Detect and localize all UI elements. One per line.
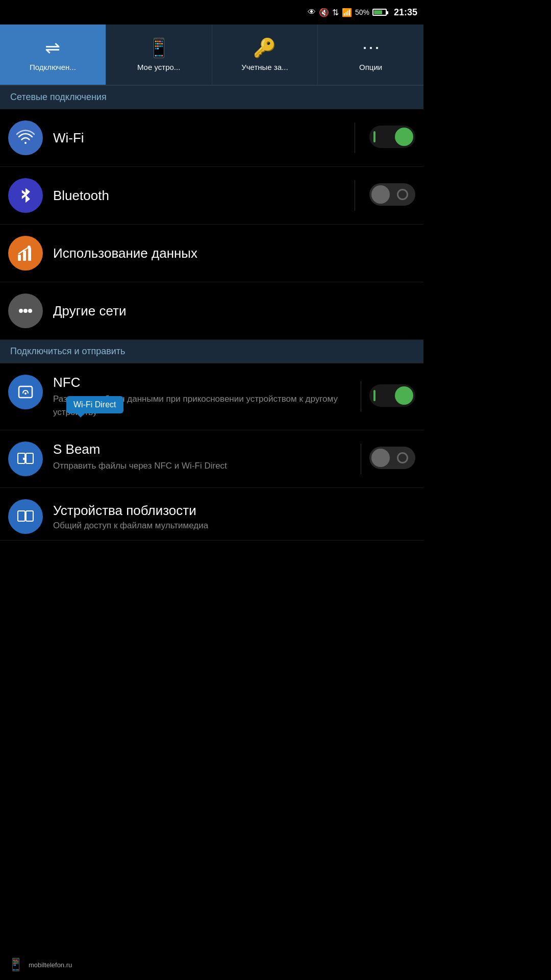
- tab-accounts[interactable]: 🔑 Учетные за...: [212, 24, 318, 85]
- tab-connections-label: Подключен...: [30, 63, 76, 72]
- status-time: 21:35: [394, 7, 417, 18]
- signal-icon: 📶: [342, 8, 352, 17]
- battery-percent: 50%: [355, 8, 369, 16]
- nearby-title: Устройства поблизости: [53, 503, 208, 519]
- wifi-direct-tooltip: Wi-Fi Direct: [66, 396, 123, 413]
- sbeam-title: S Beam: [53, 442, 355, 457]
- other-networks-content: Другие сети: [53, 303, 415, 319]
- nfc-toggle-area: [361, 381, 415, 412]
- nfc-toggle[interactable]: [369, 384, 415, 409]
- svg-rect-7: [19, 386, 32, 398]
- watermark-text: mobiltelefon.ru: [29, 961, 72, 969]
- other-networks-item[interactable]: Другие сети: [0, 282, 423, 340]
- sync-icon: ⇅: [332, 8, 339, 17]
- svg-rect-1: [23, 251, 26, 261]
- bluetooth-icon: [8, 178, 43, 213]
- tab-options[interactable]: ⋯ Опции: [318, 24, 423, 85]
- other-networks-icon: [8, 293, 43, 328]
- nearby-content: Устройства поблизости Общий доступ к фай…: [53, 503, 208, 531]
- other-networks-title: Другие сети: [53, 303, 415, 319]
- tab-accounts-label: Учетные за...: [241, 63, 288, 72]
- nfc-icon: [8, 375, 43, 409]
- mute-icon: 🔇: [319, 8, 329, 17]
- data-usage-icon: [8, 236, 43, 271]
- tab-bar: ⇌ Подключен... 📱 Мое устро... 🔑 Учетные …: [0, 24, 423, 86]
- svg-point-8: [24, 393, 27, 395]
- sbeam-divider: [361, 444, 361, 474]
- nearby-subtitle: Общий доступ к файлам мультимедиа: [53, 521, 208, 531]
- svg-point-6: [28, 309, 32, 313]
- battery-icon: [372, 9, 387, 16]
- sbeam-content: S Beam Отправить файлы через NFC и Wi-Fi…: [53, 442, 355, 473]
- tab-my-device-label: Мое устро...: [137, 63, 180, 72]
- watermark: 📱 mobiltelefon.ru: [0, 949, 423, 980]
- watermark-logo-icon: 📱: [8, 958, 23, 972]
- wifi-title: Wi-Fi: [53, 130, 355, 146]
- status-bar: 👁 🔇 ⇅ 📶 50% 21:35: [0, 0, 423, 24]
- connect-section-header: Подключиться и отправить: [0, 340, 423, 363]
- data-usage-content: Использование данных: [53, 246, 415, 261]
- sbeam-toggle-area: [361, 444, 415, 474]
- status-icons: 👁 🔇 ⇅ 📶 50% 21:35: [308, 7, 417, 18]
- tab-options-icon: ⋯: [362, 37, 380, 59]
- svg-point-4: [19, 309, 23, 313]
- svg-rect-10: [26, 453, 33, 463]
- sbeam-item[interactable]: S Beam Отправить файлы через NFC и Wi-Fi…: [0, 430, 423, 488]
- nfc-item[interactable]: NFC Разрешить обмен данными при прикосно…: [0, 363, 423, 430]
- svg-point-5: [23, 309, 28, 313]
- sbeam-icon: [8, 442, 43, 476]
- svg-point-3: [28, 246, 31, 249]
- tab-connections-icon: ⇌: [45, 37, 60, 59]
- data-usage-title: Использование данных: [53, 246, 415, 261]
- nfc-title: NFC: [53, 375, 355, 390]
- svg-rect-12: [26, 511, 33, 521]
- svg-rect-0: [18, 255, 21, 261]
- tab-accounts-icon: 🔑: [253, 37, 276, 59]
- wifi-toggle[interactable]: [369, 126, 415, 150]
- sbeam-subtitle: Отправить файлы через NFC и Wi-Fi Direct: [53, 459, 355, 473]
- svg-rect-11: [18, 511, 25, 521]
- bluetooth-item[interactable]: Bluetooth: [0, 167, 423, 225]
- wifi-divider: [355, 122, 355, 153]
- tab-my-device-icon: 📱: [147, 37, 170, 59]
- tab-connections[interactable]: ⇌ Подключен...: [0, 24, 106, 85]
- tab-options-label: Опции: [359, 63, 382, 72]
- bluetooth-title: Bluetooth: [53, 188, 355, 204]
- eye-icon: 👁: [308, 8, 316, 17]
- wifi-item[interactable]: Wi-Fi: [0, 109, 423, 167]
- bluetooth-toggle[interactable]: [369, 183, 415, 208]
- bluetooth-divider: [355, 180, 355, 211]
- tab-my-device[interactable]: 📱 Мое устро...: [106, 24, 212, 85]
- nearby-item[interactable]: Устройства поблизости Общий доступ к фай…: [0, 488, 423, 541]
- nearby-icon: [8, 499, 43, 534]
- bluetooth-content: Bluetooth: [53, 188, 355, 204]
- nfc-divider: [361, 381, 361, 412]
- svg-rect-2: [28, 248, 31, 261]
- wifi-content: Wi-Fi: [53, 130, 355, 146]
- network-section-header: Сетевые подключения: [0, 86, 423, 109]
- sbeam-toggle[interactable]: [369, 447, 415, 471]
- data-usage-item[interactable]: Использование данных: [0, 225, 423, 282]
- wifi-icon: [8, 120, 43, 155]
